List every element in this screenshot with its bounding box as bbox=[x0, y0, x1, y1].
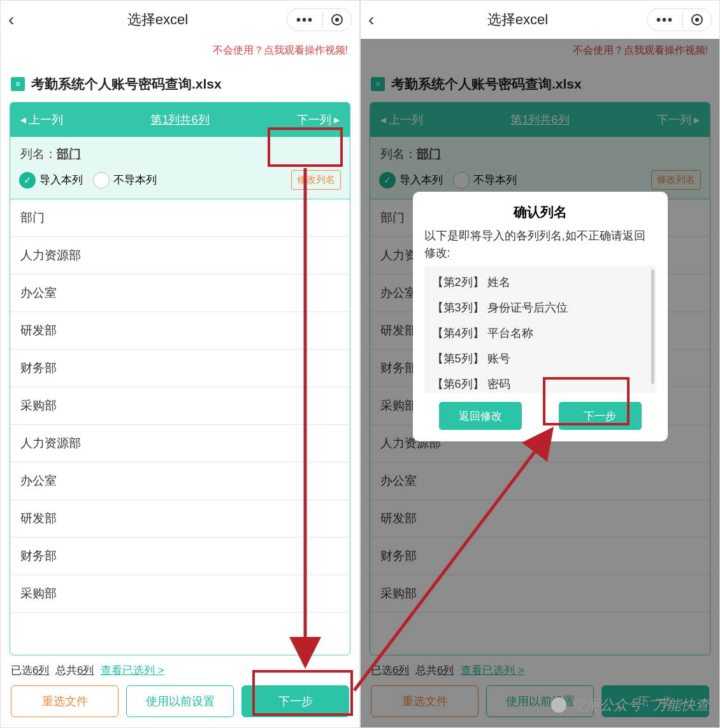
header: ‹ 选择excel ••• bbox=[1, 1, 359, 39]
list-item[interactable]: 办公室 bbox=[10, 462, 350, 500]
phone-left: ‹ 选择excel ••• 不会使用？点我观看操作视频! ≡ 考勤系统个人账号密… bbox=[0, 0, 360, 728]
list-item[interactable]: 财务部 bbox=[10, 538, 350, 575]
miniapp-capsule[interactable]: ••• bbox=[647, 8, 712, 31]
prev-column-button[interactable]: ◂ 上一列 bbox=[370, 112, 433, 127]
modal-next-button[interactable]: 下一步 bbox=[559, 402, 642, 430]
column-indicator[interactable]: 第1列共6列 bbox=[73, 112, 287, 127]
modal-column-list[interactable]: 【第2列】 姓名【第3列】 身份证号后六位【第4列】 平台名称【第5列】 账号【… bbox=[424, 266, 656, 393]
excel-file-icon: ≡ bbox=[11, 77, 25, 91]
footer: 已选6列 总共6列 查看已选列 > 重选文件 使用以前设置 下一步 bbox=[1, 655, 359, 727]
screenshot-container: ‹ 选择excel ••• 不会使用？点我观看操作视频! ≡ 考勤系统个人账号密… bbox=[0, 0, 720, 728]
selection-summary: 已选6列 总共6列 查看已选列 > bbox=[11, 663, 349, 678]
column-name-value: 部门 bbox=[417, 147, 441, 161]
list-item[interactable]: 部门 bbox=[10, 199, 350, 237]
phone-right: ‹ 选择excel ••• 不会使用？点我观看操作视频! ≡ 考勤系统个人账号密… bbox=[360, 0, 720, 728]
back-button[interactable]: ‹ bbox=[368, 10, 389, 30]
radio-checked-icon: ✓ bbox=[19, 172, 36, 189]
list-item[interactable]: 采购部 bbox=[370, 575, 710, 613]
modal-list-item: 【第6列】 密码 bbox=[424, 371, 656, 393]
rename-column-button[interactable]: 修改列名 bbox=[651, 170, 701, 190]
modal-description: 以下是即将导入的各列列名,如不正确请返回修改: bbox=[424, 227, 656, 262]
reselect-file-button[interactable]: 重选文件 bbox=[371, 685, 479, 717]
footer: 已选6列 总共6列 查看已选列 > 重选文件 使用以前设置 下一步 bbox=[361, 655, 719, 727]
selected-file-row: ≡ 考勤系统个人账号密码查询.xlsx bbox=[1, 64, 359, 102]
modal-list-item: 【第4列】 平台名称 bbox=[424, 320, 656, 346]
miniapp-capsule[interactable]: ••• bbox=[287, 8, 352, 31]
column-name-row: 列名：部门 bbox=[370, 137, 710, 165]
column-card: ◂ 上一列 第1列共6列 下一列 ▸ 列名：部门 ✓ 导入本列 不导本列 修改列… bbox=[10, 102, 350, 655]
column-nav: ◂ 上一列 第1列共6列 下一列 ▸ bbox=[10, 103, 350, 137]
column-name-value: 部门 bbox=[57, 147, 81, 161]
modal-list-item: 【第5列】 账号 bbox=[424, 346, 656, 371]
next-step-button[interactable]: 下一步 bbox=[241, 685, 349, 717]
next-column-button[interactable]: 下一列 ▸ bbox=[647, 112, 710, 127]
list-item[interactable]: 财务部 bbox=[10, 350, 350, 387]
prev-column-button[interactable]: ◂ 上一列 bbox=[10, 112, 73, 127]
close-target-icon[interactable] bbox=[323, 14, 351, 25]
help-video-link[interactable]: 不会使用？点我观看操作视频! bbox=[1, 39, 359, 64]
page-title: 选择excel bbox=[389, 10, 647, 29]
next-step-button[interactable]: 下一步 bbox=[601, 685, 709, 717]
excel-file-icon: ≡ bbox=[371, 77, 385, 91]
list-item[interactable]: 财务部 bbox=[370, 538, 710, 575]
list-item[interactable]: 办公室 bbox=[10, 275, 350, 312]
previous-settings-button[interactable]: 使用以前设置 bbox=[486, 685, 594, 717]
import-column-radio[interactable]: ✓ 导入本列 bbox=[19, 172, 83, 189]
preview-list[interactable]: 部门人力资源部办公室研发部财务部采购部人力资源部办公室研发部财务部采购部 bbox=[10, 199, 350, 655]
file-name: 考勤系统个人账号密码查询.xlsx bbox=[31, 75, 222, 93]
import-options-row: ✓ 导入本列 不导本列 修改列名 bbox=[10, 165, 350, 199]
modal-back-button[interactable]: 返回修改 bbox=[439, 402, 522, 430]
radio-unchecked-icon bbox=[93, 172, 110, 189]
modal-list-item: 【第3列】 身份证号后六位 bbox=[424, 295, 656, 320]
rename-column-button[interactable]: 修改列名 bbox=[291, 170, 341, 190]
modal-actions: 返回修改 下一步 bbox=[424, 402, 656, 430]
next-column-button[interactable]: 下一列 ▸ bbox=[287, 112, 350, 127]
page-title: 选择excel bbox=[29, 10, 287, 29]
list-item[interactable]: 人力资源部 bbox=[10, 425, 350, 462]
file-name: 考勤系统个人账号密码查询.xlsx bbox=[391, 75, 582, 93]
list-item[interactable]: 研发部 bbox=[10, 500, 350, 538]
selection-summary: 已选6列 总共6列 查看已选列 > bbox=[371, 663, 709, 678]
view-selected-link[interactable]: 查看已选列 > bbox=[461, 664, 524, 676]
skip-column-radio[interactable]: 不导本列 bbox=[93, 172, 157, 189]
selected-file-row: ≡ 考勤系统个人账号密码查询.xlsx bbox=[361, 64, 719, 102]
column-indicator[interactable]: 第1列共6列 bbox=[433, 112, 647, 127]
confirm-columns-modal: 确认列名 以下是即将导入的各列列名,如不正确请返回修改: 【第2列】 姓名【第3… bbox=[413, 192, 668, 441]
modal-list-item: 【第2列】 姓名 bbox=[424, 269, 656, 295]
list-item[interactable]: 办公室 bbox=[370, 462, 710, 500]
previous-settings-button[interactable]: 使用以前设置 bbox=[126, 685, 234, 717]
import-column-radio[interactable]: ✓ 导入本列 bbox=[379, 172, 443, 189]
close-target-icon[interactable] bbox=[683, 14, 711, 25]
modal-title: 确认列名 bbox=[424, 203, 656, 221]
list-item[interactable]: 采购部 bbox=[10, 387, 350, 425]
column-nav: ◂ 上一列 第1列共6列 下一列 ▸ bbox=[370, 103, 710, 137]
view-selected-link[interactable]: 查看已选列 > bbox=[101, 664, 164, 676]
footer-actions: 重选文件 使用以前设置 下一步 bbox=[11, 685, 349, 717]
skip-column-radio[interactable]: 不导本列 bbox=[453, 172, 517, 189]
header: ‹ 选择excel ••• bbox=[361, 1, 719, 39]
list-item[interactable]: 研发部 bbox=[370, 500, 710, 538]
radio-checked-icon: ✓ bbox=[379, 172, 396, 189]
column-name-row: 列名：部门 bbox=[10, 137, 350, 165]
menu-dots-icon[interactable]: ••• bbox=[647, 13, 682, 27]
list-item[interactable]: 研发部 bbox=[10, 312, 350, 350]
reselect-file-button[interactable]: 重选文件 bbox=[11, 685, 119, 717]
footer-actions: 重选文件 使用以前设置 下一步 bbox=[371, 685, 709, 717]
help-video-link[interactable]: 不会使用？点我观看操作视频! bbox=[361, 39, 719, 64]
back-button[interactable]: ‹ bbox=[8, 10, 29, 30]
list-item[interactable]: 人力资源部 bbox=[10, 237, 350, 275]
menu-dots-icon[interactable]: ••• bbox=[287, 13, 322, 27]
scrollbar[interactable] bbox=[651, 269, 654, 384]
radio-unchecked-icon bbox=[453, 172, 470, 189]
list-item[interactable]: 采购部 bbox=[10, 575, 350, 613]
